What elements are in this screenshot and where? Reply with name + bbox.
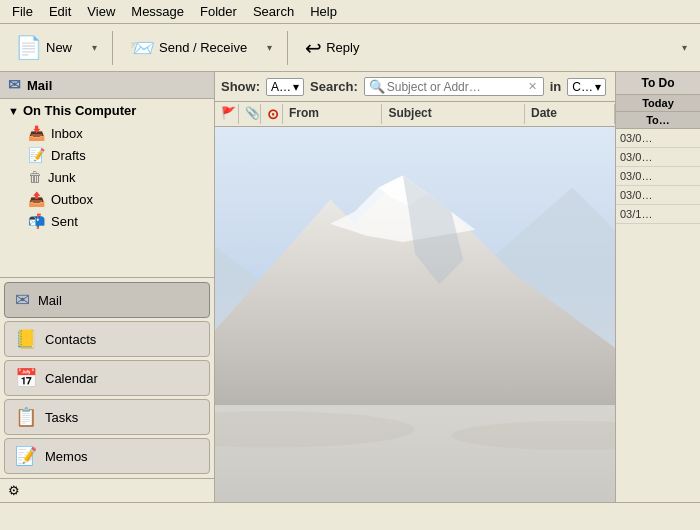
search-clear-button[interactable]: ✕ <box>526 80 539 93</box>
toolbar: 📄 New ▾ 📨 Send / Receive ▾ ↩ Reply ▾ <box>0 24 700 72</box>
section-label: On This Computer <box>23 103 136 118</box>
sidebar-header-label: Mail <box>27 78 52 93</box>
status-icon: ⊙ <box>267 106 279 122</box>
nav-mail-label: Mail <box>38 293 62 308</box>
todo-header: To Do <box>616 72 700 95</box>
nav-calendar-icon: 📅 <box>15 367 37 389</box>
section-collapse-arrow: ▼ <box>8 105 19 117</box>
nav-contacts-icon: 📒 <box>15 328 37 350</box>
todo-item-3[interactable]: 03/0… <box>616 186 700 205</box>
in-value: C… <box>572 80 593 94</box>
new-dropdown-arrow[interactable]: ▾ <box>85 37 104 58</box>
sent-icon: 📬 <box>28 213 45 229</box>
mountain-svg <box>215 127 615 502</box>
new-button[interactable]: 📄 New <box>6 29 81 67</box>
in-dropdown-arrow: ▾ <box>595 80 601 94</box>
main-area: ✉ Mail ▼ On This Computer 📥 Inbox 📝 Draf… <box>0 72 700 502</box>
search-box[interactable]: 🔍 ✕ <box>364 77 544 96</box>
in-select[interactable]: C… ▾ <box>567 78 606 96</box>
new-icon: 📄 <box>15 35 42 61</box>
filter-bar: Show: A… ▾ Search: 🔍 ✕ in C… ▾ <box>215 72 615 102</box>
statusbar <box>0 502 700 530</box>
folder-sent[interactable]: 📬 Sent <box>0 210 214 232</box>
todo-item-4[interactable]: 03/1… <box>616 205 700 224</box>
search-label: Search: <box>310 79 358 94</box>
reply-icon: ↩ <box>305 36 322 60</box>
nav-contacts[interactable]: 📒 Contacts <box>4 321 210 357</box>
col-from-header[interactable]: From <box>283 104 382 124</box>
col-flag-header[interactable]: 🚩 <box>215 104 239 124</box>
folder-inbox[interactable]: 📥 Inbox <box>0 122 214 144</box>
folder-outbox[interactable]: 📤 Outbox <box>0 188 214 210</box>
todo-item-0[interactable]: 03/0… <box>616 129 700 148</box>
junk-label: Junk <box>48 170 75 185</box>
mail-header-icon: ✉ <box>8 76 21 94</box>
nav-tasks-icon: 📋 <box>15 406 37 428</box>
todo-section-to: To… <box>616 112 700 129</box>
nav-mail[interactable]: ✉ Mail <box>4 282 210 318</box>
email-table: 🚩 📎 ⊙ From Subject Date <box>215 102 615 502</box>
menu-message[interactable]: Message <box>123 2 192 21</box>
folder-junk[interactable]: 🗑 Junk <box>0 166 214 188</box>
content-pane: Show: A… ▾ Search: 🔍 ✕ in C… ▾ 🚩 <box>215 72 615 502</box>
nav-memos-icon: 📝 <box>15 445 37 467</box>
menu-edit[interactable]: Edit <box>41 2 79 21</box>
show-label: Show: <box>221 79 260 94</box>
menubar: File Edit View Message Folder Search Hel… <box>0 0 700 24</box>
email-body-area <box>215 127 615 502</box>
show-dropdown-arrow: ▾ <box>293 80 299 94</box>
todo-item-2[interactable]: 03/0… <box>616 167 700 186</box>
drafts-icon: 📝 <box>28 147 45 163</box>
send-receive-icon: 📨 <box>130 36 155 60</box>
reply-button[interactable]: ↩ Reply <box>296 29 368 67</box>
reply-label: Reply <box>326 40 359 55</box>
sidebar: ✉ Mail ▼ On This Computer 📥 Inbox 📝 Draf… <box>0 72 215 502</box>
nav-tasks[interactable]: 📋 Tasks <box>4 399 210 435</box>
todo-section-today: Today <box>616 95 700 112</box>
menu-search[interactable]: Search <box>245 2 302 21</box>
nav-calendar[interactable]: 📅 Calendar <box>4 360 210 396</box>
nav-contacts-label: Contacts <box>45 332 96 347</box>
menu-help[interactable]: Help <box>302 2 345 21</box>
sidebar-header: ✉ Mail <box>0 72 214 99</box>
folder-section[interactable]: ▼ On This Computer <box>0 99 214 122</box>
toolbar-separator-2 <box>287 31 288 65</box>
nav-calendar-label: Calendar <box>45 371 98 386</box>
sidebar-settings-icon[interactable]: ⚙ <box>8 483 20 498</box>
folder-drafts[interactable]: 📝 Drafts <box>0 144 214 166</box>
nav-section: ✉ Mail 📒 Contacts 📅 Calendar 📋 Tasks 📝 M… <box>0 277 214 478</box>
attach-icon: 📎 <box>245 106 260 120</box>
menu-folder[interactable]: Folder <box>192 2 245 21</box>
in-label: in <box>550 79 562 94</box>
flag-icon: 🚩 <box>221 106 236 120</box>
outbox-icon: 📤 <box>28 191 45 207</box>
todo-panel: To Do Today To… 03/0… 03/0… 03/0… 03/0… … <box>615 72 700 502</box>
toolbar-right: ▾ <box>675 37 694 58</box>
send-receive-dropdown-arrow[interactable]: ▾ <box>260 37 279 58</box>
toolbar-separator-1 <box>112 31 113 65</box>
outbox-label: Outbox <box>51 192 93 207</box>
menu-file[interactable]: File <box>4 2 41 21</box>
inbox-label: Inbox <box>51 126 83 141</box>
nav-memos[interactable]: 📝 Memos <box>4 438 210 474</box>
send-receive-label: Send / Receive <box>159 40 247 55</box>
col-attach-header[interactable]: 📎 <box>239 104 261 124</box>
reply-dropdown-arrow[interactable]: ▾ <box>675 37 694 58</box>
mountain-background <box>215 127 615 502</box>
send-receive-button[interactable]: 📨 Send / Receive <box>121 29 256 67</box>
sent-label: Sent <box>51 214 78 229</box>
junk-icon: 🗑 <box>28 169 42 185</box>
show-select[interactable]: A… ▾ <box>266 78 304 96</box>
col-status-header[interactable]: ⊙ <box>261 104 283 124</box>
show-value: A… <box>271 80 291 94</box>
col-subject-header[interactable]: Subject <box>382 104 525 124</box>
menu-view[interactable]: View <box>79 2 123 21</box>
search-glass-icon: 🔍 <box>369 79 385 94</box>
drafts-label: Drafts <box>51 148 86 163</box>
todo-item-1[interactable]: 03/0… <box>616 148 700 167</box>
new-label: New <box>46 40 72 55</box>
col-date-header[interactable]: Date <box>525 104 615 124</box>
search-input[interactable] <box>387 80 524 94</box>
nav-tasks-label: Tasks <box>45 410 78 425</box>
nav-memos-label: Memos <box>45 449 88 464</box>
